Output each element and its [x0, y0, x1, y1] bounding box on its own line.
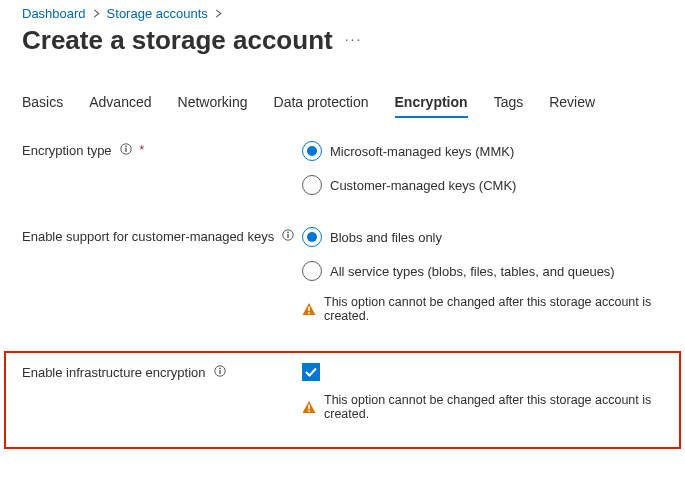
breadcrumb-item-storage-accounts[interactable]: Storage accounts: [107, 6, 208, 21]
tabs: Basics Advanced Networking Data protecti…: [22, 88, 663, 119]
radio-label-mmk[interactable]: Microsoft-managed keys (MMK): [330, 144, 514, 159]
more-actions-button[interactable]: ···: [345, 31, 363, 51]
info-icon[interactable]: [120, 143, 132, 155]
chevron-right-icon: [214, 9, 223, 18]
breadcrumb-item-dashboard[interactable]: Dashboard: [22, 6, 86, 21]
radio-label-cmk[interactable]: Customer-managed keys (CMK): [330, 178, 516, 193]
radio-label-blobs-files[interactable]: Blobs and files only: [330, 230, 442, 245]
tab-networking[interactable]: Networking: [178, 88, 248, 118]
label-infra-encryption: Enable infrastructure encryption: [22, 365, 206, 382]
radio-all-services[interactable]: [302, 261, 322, 281]
info-icon[interactable]: [214, 365, 226, 377]
highlight-infra-encryption: Enable infrastructure encryption This op…: [4, 351, 681, 449]
label-encryption-type: Encryption type: [22, 143, 112, 160]
tab-data-protection[interactable]: Data protection: [274, 88, 369, 118]
tab-review[interactable]: Review: [549, 88, 595, 118]
warning-icon: [302, 400, 316, 414]
tab-encryption[interactable]: Encryption: [395, 88, 468, 118]
tab-tags[interactable]: Tags: [494, 88, 524, 118]
label-cmk-support: Enable support for customer-managed keys: [22, 229, 274, 246]
checkbox-infra-encryption[interactable]: [302, 363, 320, 381]
warning-text-cmk: This option cannot be changed after this…: [324, 295, 663, 323]
warning-icon: [302, 302, 316, 316]
radio-cmk[interactable]: [302, 175, 322, 195]
radio-mmk[interactable]: [302, 141, 322, 161]
required-indicator: *: [140, 143, 145, 159]
warning-text-infra: This option cannot be changed after this…: [324, 393, 663, 421]
breadcrumb: Dashboard Storage accounts: [22, 6, 663, 21]
chevron-right-icon: [92, 9, 101, 18]
tab-advanced[interactable]: Advanced: [89, 88, 151, 118]
info-icon[interactable]: [282, 229, 294, 241]
page-title: Create a storage account: [22, 25, 333, 56]
radio-blobs-files[interactable]: [302, 227, 322, 247]
radio-label-all-services[interactable]: All service types (blobs, files, tables,…: [330, 264, 615, 279]
tab-basics[interactable]: Basics: [22, 88, 63, 118]
